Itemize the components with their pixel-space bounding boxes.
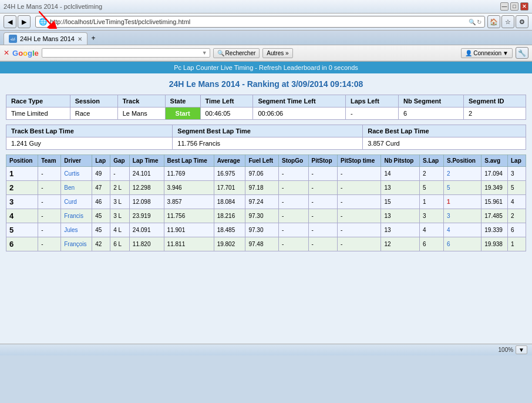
cell-lap2: 4 [507, 195, 526, 209]
google-search-box[interactable]: ▼ [42, 48, 210, 58]
th-lap-time: Lap Time [129, 155, 164, 167]
cell-best-lap: 11.901 [164, 223, 214, 237]
autres-button[interactable]: Autres » [262, 48, 292, 58]
cell-s-position: 1 [443, 195, 481, 209]
cell-lap-time: 24.091 [129, 223, 164, 237]
refresh-banner: Pc Lap Counter Live Timing - Refresh Lea… [0, 62, 532, 73]
minimize-button[interactable]: — [500, 2, 509, 11]
address-search-icon: 🔍 [469, 19, 476, 25]
cell-lap-time: 23.919 [129, 209, 164, 223]
cell-lap: 46 [92, 195, 110, 209]
cell-stopgo: - [279, 167, 309, 181]
tab-label: 24H Le Mans 2014 [20, 35, 75, 42]
th-s-position: S.Position [443, 155, 481, 167]
table-row: 2 - Ben 47 2 L 12.298 3.946 17.701 97.18… [6, 181, 526, 195]
cell-driver: Ben [61, 181, 92, 195]
cell-s-avg: 19.938 [482, 237, 508, 251]
cell-nb-pitstop: 13 [381, 223, 420, 237]
col-race-type: Race Type [6, 95, 70, 108]
tab-close-button[interactable]: ✕ [78, 36, 82, 42]
settings-button[interactable]: ⚙ [516, 15, 528, 28]
search-dropdown-arrow[interactable]: ▼ [202, 50, 207, 56]
col-time-left: Time Left [200, 95, 253, 108]
val-segment-id: 2 [463, 108, 526, 120]
th-team: Team [38, 155, 61, 167]
cell-average: 17.701 [214, 181, 245, 195]
table-row: 6 - François 42 6 L 11.820 11.811 19.802… [6, 237, 526, 251]
cell-average: 18.216 [214, 209, 245, 223]
val-session: Race [70, 108, 117, 120]
search-icon: 🔍 [217, 50, 224, 56]
tools-button[interactable]: 🔧 [516, 47, 528, 59]
cell-driver: Jules [61, 223, 92, 237]
val-race-type: Time Limited [6, 108, 70, 120]
back-button[interactable]: ◀ [4, 15, 16, 28]
cell-position: 2 [6, 181, 38, 195]
cell-team: - [38, 167, 61, 181]
th-fuel-left: Fuel Left [245, 155, 279, 167]
cell-nb-pitstop: 13 [381, 181, 420, 195]
new-tab-button[interactable]: + [87, 32, 99, 45]
forward-button[interactable]: ▶ [18, 15, 31, 28]
cell-pitstop: - [308, 237, 337, 251]
cell-best-lap: 11.769 [164, 167, 214, 181]
title-bar: 24H Le Mans 2014 - pclclivetiming — □ ✕ [0, 0, 532, 14]
cell-stopgo: - [279, 237, 309, 251]
refresh-icon[interactable]: ↻ [477, 19, 482, 25]
cell-fuel: 97.18 [245, 181, 279, 195]
cell-stopgo: - [279, 209, 309, 223]
th-pitstop-time: PitStop time [337, 155, 381, 167]
cell-pitstop-time: - [337, 209, 381, 223]
connexion-button[interactable]: 👤 Connexion ▼ [461, 48, 513, 58]
cell-lap2: 2 [507, 209, 526, 223]
cell-s-position: 6 [443, 237, 481, 251]
cell-lap: 49 [92, 167, 110, 181]
maximize-button[interactable]: □ [510, 2, 518, 11]
rechercher-button[interactable]: 🔍 Rechercher [213, 48, 260, 58]
active-tab[interactable]: 🏎 24H Le Mans 2014 ✕ [4, 32, 87, 45]
val-segment-time-left: 00:06:06 [253, 108, 346, 120]
cell-gap: 3 L [110, 209, 130, 223]
cell-pitstop: - [308, 223, 337, 237]
cell-position: 3 [6, 195, 38, 209]
cell-s-lap: 3 [419, 209, 443, 223]
th-pitstop: PitStop [308, 155, 337, 167]
race-best-value: 3.857 Curd [363, 137, 526, 150]
home-button[interactable]: 🏠 [487, 15, 500, 28]
table-row: 1 - Curtis 49 - 24.101 11.769 16.975 97.… [6, 167, 526, 181]
cell-gap: - [110, 167, 130, 181]
track-best-value: 1.241 Guy [6, 137, 173, 150]
cell-nb-pitstop: 15 [381, 195, 420, 209]
zoom-button[interactable]: ▼ [516, 345, 527, 354]
track-best-header: Track Best Lap Time [6, 125, 173, 137]
close-google-icon[interactable]: ✕ [4, 49, 9, 57]
cell-lap-time: 12.098 [129, 195, 164, 209]
th-s-lap: S.Lap [419, 155, 443, 167]
th-nb-pitstop: Nb Pitstop [381, 155, 420, 167]
cell-best-lap: 11.811 [164, 237, 214, 251]
cell-lap2: 5 [507, 181, 526, 195]
close-button[interactable]: ✕ [520, 2, 528, 11]
star-button[interactable]: ☆ [501, 15, 514, 28]
th-driver: Driver [61, 155, 92, 167]
info-table-section: Race Type Session Track State Time Left … [0, 95, 532, 125]
cell-s-avg: 15.961 [482, 195, 508, 209]
cell-lap: 47 [92, 181, 110, 195]
cell-gap: 3 L [110, 195, 130, 209]
cell-pitstop-time: - [337, 167, 381, 181]
th-lap: Lap [92, 155, 110, 167]
address-bar[interactable]: 🌐 http://localhost/LiveTimingTest/pclcli… [35, 16, 485, 28]
cell-average: 18.485 [214, 223, 245, 237]
th-stopgo: StopGo [279, 155, 309, 167]
google-search-input[interactable] [45, 49, 202, 56]
th-best-lap-time: Best Lap Time [164, 155, 214, 167]
cell-average: 16.975 [214, 167, 245, 181]
nav-bar: ◀ ▶ 🌐 http://localhost/LiveTimingTest/pc… [0, 14, 532, 31]
page-content: Pc Lap Counter Live Timing - Refresh Lea… [0, 62, 532, 344]
cell-best-lap: 11.756 [164, 209, 214, 223]
cell-s-lap: 5 [419, 181, 443, 195]
cell-pitstop: - [308, 181, 337, 195]
cell-stopgo: - [279, 195, 309, 209]
col-session: Session [70, 95, 117, 108]
cell-fuel: 97.30 [245, 223, 279, 237]
